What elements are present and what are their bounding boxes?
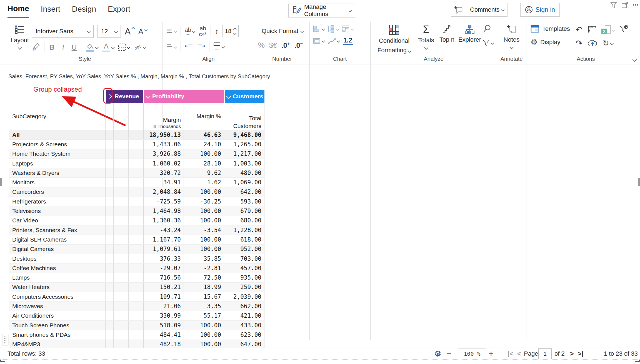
margin-pct-value[interactable]: 55.17 xyxy=(184,311,224,320)
table-row[interactable]: Printers, Scanners & Fax-43.24-3.541,228… xyxy=(9,225,264,235)
customers-value[interactable]: 1,265.00 xyxy=(224,140,264,149)
table-settings-button[interactable]: ⚙ xyxy=(434,348,441,360)
top-n-button[interactable]: Top n xyxy=(437,18,457,54)
italic-button[interactable]: I xyxy=(59,43,67,51)
table-row[interactable]: Water Heaters150.2118.99259.00 xyxy=(9,283,264,292)
row-label[interactable]: Lamps xyxy=(9,273,106,282)
customers-value[interactable]: 2,039.00 xyxy=(224,292,264,301)
customers-value[interactable]: 935.00 xyxy=(224,273,264,282)
margin-pct-value[interactable]: 100.00 xyxy=(184,216,224,225)
table-row[interactable]: Smart phones & PDAs484.41100.00623.00 xyxy=(9,330,264,340)
row-label[interactable]: Car Video xyxy=(9,216,106,225)
margin-value[interactable]: 18,950.13 xyxy=(143,130,184,139)
customers-value[interactable]: 1,217.00 xyxy=(224,149,264,159)
filter-button[interactable] xyxy=(482,39,494,46)
margin-value[interactable]: 3,926.88 xyxy=(143,149,184,159)
row-label[interactable]: Home Theater System xyxy=(9,149,106,159)
prev-page-button[interactable]: < xyxy=(517,348,521,360)
vertical-align-button[interactable] xyxy=(166,29,177,34)
table-row[interactable]: Washers & Dryers320.729.62480.00 xyxy=(9,168,264,178)
more-options-icon[interactable]: ••• xyxy=(632,2,639,7)
customers-value[interactable]: 9,468.00 xyxy=(224,130,264,139)
customers-value[interactable]: 679.00 xyxy=(224,206,264,215)
quick-format-select[interactable]: Quick Format xyxy=(258,25,307,37)
decrease-decimal-button[interactable]: .0− xyxy=(294,41,303,49)
table-row[interactable]: Camcorders2,048.84100.00642.00 xyxy=(9,187,264,197)
row-label[interactable]: Laptops xyxy=(9,159,106,168)
customers-value[interactable]: 618.00 xyxy=(224,235,264,244)
group-header-customers[interactable]: Customers xyxy=(224,90,264,103)
increase-indent-button[interactable] xyxy=(197,43,205,50)
collapse-ribbon-chevron[interactable] xyxy=(632,57,637,62)
format-painter-icon[interactable] xyxy=(32,42,40,52)
table-row[interactable]: Touch Screen Phones518.09100.00433.00 xyxy=(9,321,264,330)
resize-handle-right[interactable] xyxy=(638,178,640,186)
text-overflow-button[interactable]: ab → xyxy=(185,27,195,35)
customers-value[interactable]: 259.00 xyxy=(224,283,264,292)
column-header-margin-pct[interactable]: Margin % xyxy=(184,103,224,130)
margin-value[interactable]: -725.59 xyxy=(143,197,184,206)
shrink-font-button[interactable]: A xyxy=(138,27,147,36)
margin-value[interactable]: 1,464.98 xyxy=(143,206,184,215)
publish-button[interactable] xyxy=(588,39,598,48)
add-comment-button[interactable] xyxy=(451,3,467,16)
table-row[interactable]: Air Conditioners330.9955.17421.00 xyxy=(9,311,264,321)
chart-table-button[interactable] xyxy=(313,38,324,44)
table-row[interactable]: Desktops-376.33-35.85703.00 xyxy=(9,254,264,263)
underline-button[interactable]: U xyxy=(71,43,78,52)
display-button[interactable]: ⚙ Display xyxy=(531,38,570,46)
customers-value[interactable]: 433.00 xyxy=(224,321,264,330)
column-header-customers[interactable]: TotalCustomers xyxy=(224,103,264,130)
sparkline-button[interactable] xyxy=(328,37,339,44)
next-page-button[interactable]: > xyxy=(570,348,574,360)
page-input[interactable] xyxy=(538,348,552,359)
bold-button[interactable]: B xyxy=(48,43,56,52)
table-row[interactable]: Microwaves21.063.35662.00 xyxy=(9,302,264,311)
table-row[interactable]: Digital SLR Cameras1,167.70100.00618.00 xyxy=(9,235,264,244)
font-name-select[interactable]: Inforiver Sans xyxy=(32,25,94,38)
focus-mode-icon[interactable] xyxy=(621,2,628,8)
grow-font-button[interactable]: A xyxy=(125,26,134,37)
manage-columns-button[interactable]: Manage Columns xyxy=(288,4,355,17)
margin-pct-value[interactable]: 18.99 xyxy=(184,283,224,292)
margin-value[interactable]: 716.56 xyxy=(143,273,184,282)
last-page-button[interactable]: >| xyxy=(578,348,583,360)
chart-number-format-button[interactable]: 1.2 xyxy=(343,37,353,45)
customers-value[interactable]: 703.00 xyxy=(224,254,264,263)
margin-pct-value[interactable]: 46.63 xyxy=(184,130,224,139)
margin-value[interactable]: -109.71 xyxy=(143,292,184,301)
table-row[interactable]: Projectors & Screens1,433.0624.101,265.0… xyxy=(9,140,264,149)
refresh-button[interactable]: ↻ xyxy=(602,39,613,47)
percent-format-button[interactable]: % xyxy=(258,41,265,50)
tab-design[interactable]: Design xyxy=(72,1,96,18)
stepper-arrows[interactable] xyxy=(234,28,236,34)
tab-insert[interactable]: Insert xyxy=(41,1,60,18)
customers-value[interactable]: 1,003.00 xyxy=(224,159,264,168)
row-label[interactable]: Printers, Scanners & Fax xyxy=(9,225,106,235)
fit-width-button[interactable]: ↔ xyxy=(213,42,224,51)
resize-button[interactable] xyxy=(588,25,596,34)
table-row[interactable]: All18,950.1346.639,468.00 xyxy=(9,130,264,140)
export-excel-button[interactable]: X xyxy=(601,25,615,34)
redo-button[interactable]: ↷ xyxy=(576,39,582,47)
margin-value[interactable]: -43.24 xyxy=(143,225,184,235)
borders-button[interactable] xyxy=(118,43,130,51)
margin-pct-value[interactable]: -35.85 xyxy=(184,254,224,263)
customers-value[interactable]: 480.00 xyxy=(224,168,264,177)
table-row[interactable]: Televisions1,464.98100.00679.00 xyxy=(9,206,264,216)
customers-value[interactable]: 662.00 xyxy=(224,302,264,311)
margin-pct-value[interactable]: 9.62 xyxy=(184,168,224,177)
margin-value[interactable]: 1,079.61 xyxy=(143,245,184,254)
row-label[interactable]: Computers Accessories xyxy=(9,292,106,301)
margin-pct-value[interactable]: 100.00 xyxy=(184,149,224,159)
customers-value[interactable]: 1,069.00 xyxy=(224,178,264,187)
row-label[interactable]: Air Conditioners xyxy=(9,311,106,320)
row-label[interactable]: Digital SLR Cameras xyxy=(9,235,106,244)
margin-pct-value[interactable]: 100.00 xyxy=(184,206,224,215)
margin-pct-value[interactable]: 100.00 xyxy=(184,245,224,254)
margin-pct-value[interactable]: 1.62 xyxy=(184,178,224,187)
margin-value[interactable]: 1,060.02 xyxy=(143,159,184,168)
chevron-down-icon[interactable] xyxy=(226,94,231,99)
row-label[interactable]: Water Heaters xyxy=(9,283,106,292)
table-row[interactable]: Digital Cameras1,079.61100.00952.00 xyxy=(9,245,264,254)
